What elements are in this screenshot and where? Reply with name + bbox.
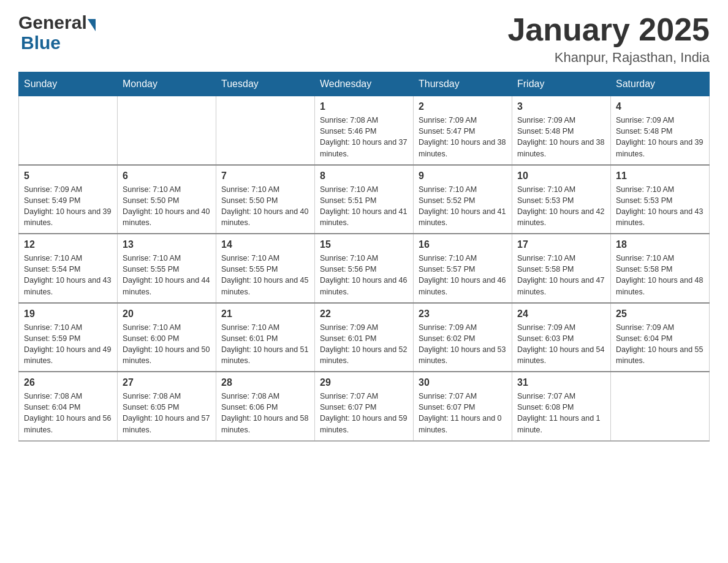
day-number: 4 [616, 101, 704, 112]
day-info: Sunrise: 7:07 AMSunset: 6:07 PMDaylight:… [419, 391, 507, 435]
day-number: 24 [517, 308, 605, 320]
day-info: Sunrise: 7:08 AMSunset: 6:05 PMDaylight:… [123, 391, 211, 435]
logo-blue-text: Blue [21, 33, 61, 53]
calendar-subtitle: Khanpur, Rajasthan, India [507, 50, 710, 66]
day-info: Sunrise: 7:10 AMSunset: 5:59 PMDaylight:… [24, 322, 112, 367]
day-number: 23 [419, 308, 507, 320]
calendar-cell: 2Sunrise: 7:09 AMSunset: 5:47 PMDaylight… [414, 96, 512, 165]
day-info: Sunrise: 7:10 AMSunset: 6:00 PMDaylight:… [123, 322, 211, 367]
calendar-cell: 27Sunrise: 7:08 AMSunset: 6:05 PMDayligh… [118, 372, 216, 441]
calendar-cell: 1Sunrise: 7:08 AMSunset: 5:46 PMDaylight… [315, 96, 414, 165]
day-info: Sunrise: 7:09 AMSunset: 5:49 PMDaylight:… [24, 184, 112, 229]
day-info: Sunrise: 7:07 AMSunset: 6:07 PMDaylight:… [320, 391, 408, 435]
day-info: Sunrise: 7:09 AMSunset: 6:02 PMDaylight:… [419, 322, 507, 367]
logo-container: General Blue [18, 12, 96, 53]
calendar-week-2: 5Sunrise: 7:09 AMSunset: 5:49 PMDaylight… [19, 165, 710, 234]
day-info: Sunrise: 7:07 AMSunset: 6:08 PMDaylight:… [517, 391, 605, 435]
logo-general-text: General [18, 12, 87, 33]
day-info: Sunrise: 7:10 AMSunset: 5:50 PMDaylight:… [221, 184, 309, 229]
day-number: 14 [221, 239, 309, 250]
day-number: 25 [616, 308, 704, 320]
calendar-week-5: 26Sunrise: 7:08 AMSunset: 6:04 PMDayligh… [19, 372, 710, 441]
column-header-monday: Monday [118, 72, 216, 96]
day-info: Sunrise: 7:09 AMSunset: 6:03 PMDaylight:… [517, 322, 605, 367]
day-number: 21 [221, 308, 309, 320]
day-number: 15 [320, 239, 408, 250]
calendar-cell: 3Sunrise: 7:09 AMSunset: 5:48 PMDaylight… [512, 96, 611, 165]
calendar-cell [611, 372, 710, 441]
day-info: Sunrise: 7:10 AMSunset: 5:55 PMDaylight:… [123, 253, 211, 297]
calendar-header-row: SundayMondayTuesdayWednesdayThursdayFrid… [19, 72, 710, 96]
calendar-cell: 23Sunrise: 7:09 AMSunset: 6:02 PMDayligh… [414, 303, 512, 372]
calendar-cell: 16Sunrise: 7:10 AMSunset: 5:57 PMDayligh… [414, 234, 512, 303]
calendar-cell: 20Sunrise: 7:10 AMSunset: 6:00 PMDayligh… [118, 303, 216, 372]
calendar-cell [216, 96, 315, 165]
calendar-cell: 25Sunrise: 7:09 AMSunset: 6:04 PMDayligh… [611, 303, 710, 372]
day-info: Sunrise: 7:10 AMSunset: 5:58 PMDaylight:… [616, 253, 704, 297]
day-number: 1 [320, 101, 408, 112]
day-number: 26 [24, 377, 112, 388]
day-info: Sunrise: 7:08 AMSunset: 6:04 PMDaylight:… [24, 391, 112, 435]
day-info: Sunrise: 7:08 AMSunset: 5:46 PMDaylight:… [320, 115, 408, 159]
day-number: 6 [123, 170, 211, 182]
day-number: 20 [123, 308, 211, 320]
calendar-cell [19, 96, 118, 165]
calendar-cell: 22Sunrise: 7:09 AMSunset: 6:01 PMDayligh… [315, 303, 414, 372]
calendar-cell [118, 96, 216, 165]
day-number: 28 [221, 377, 309, 388]
day-number: 30 [419, 377, 507, 388]
column-header-thursday: Thursday [414, 72, 512, 96]
calendar-cell: 24Sunrise: 7:09 AMSunset: 6:03 PMDayligh… [512, 303, 611, 372]
calendar-cell: 8Sunrise: 7:10 AMSunset: 5:51 PMDaylight… [315, 165, 414, 234]
day-number: 5 [24, 170, 112, 182]
day-number: 27 [123, 377, 211, 388]
calendar-cell: 28Sunrise: 7:08 AMSunset: 6:06 PMDayligh… [216, 372, 315, 441]
calendar-cell: 5Sunrise: 7:09 AMSunset: 5:49 PMDaylight… [19, 165, 118, 234]
day-number: 11 [616, 170, 704, 182]
calendar-cell: 10Sunrise: 7:10 AMSunset: 5:53 PMDayligh… [512, 165, 611, 234]
calendar-cell: 9Sunrise: 7:10 AMSunset: 5:52 PMDaylight… [414, 165, 512, 234]
calendar-cell: 30Sunrise: 7:07 AMSunset: 6:07 PMDayligh… [414, 372, 512, 441]
column-header-sunday: Sunday [19, 72, 118, 96]
calendar-cell: 6Sunrise: 7:10 AMSunset: 5:50 PMDaylight… [118, 165, 216, 234]
calendar-cell: 13Sunrise: 7:10 AMSunset: 5:55 PMDayligh… [118, 234, 216, 303]
day-info: Sunrise: 7:10 AMSunset: 5:56 PMDaylight:… [320, 253, 408, 297]
day-number: 12 [24, 239, 112, 250]
day-number: 10 [517, 170, 605, 182]
logo: General Blue [18, 12, 96, 53]
calendar-cell: 26Sunrise: 7:08 AMSunset: 6:04 PMDayligh… [19, 372, 118, 441]
day-info: Sunrise: 7:10 AMSunset: 5:50 PMDaylight:… [123, 184, 211, 229]
page-header: General Blue January 2025 Khanpur, Rajas… [18, 12, 710, 66]
day-number: 29 [320, 377, 408, 388]
calendar-week-1: 1Sunrise: 7:08 AMSunset: 5:46 PMDaylight… [19, 96, 710, 165]
calendar-cell: 4Sunrise: 7:09 AMSunset: 5:48 PMDaylight… [611, 96, 710, 165]
day-info: Sunrise: 7:09 AMSunset: 6:01 PMDaylight:… [320, 322, 408, 367]
calendar-cell: 21Sunrise: 7:10 AMSunset: 6:01 PMDayligh… [216, 303, 315, 372]
day-number: 18 [616, 239, 704, 250]
day-info: Sunrise: 7:10 AMSunset: 5:52 PMDaylight:… [419, 184, 507, 229]
column-header-tuesday: Tuesday [216, 72, 315, 96]
calendar-table: SundayMondayTuesdayWednesdayThursdayFrid… [18, 72, 710, 442]
column-header-friday: Friday [512, 72, 611, 96]
calendar-cell: 31Sunrise: 7:07 AMSunset: 6:08 PMDayligh… [512, 372, 611, 441]
day-number: 22 [320, 308, 408, 320]
calendar-cell: 12Sunrise: 7:10 AMSunset: 5:54 PMDayligh… [19, 234, 118, 303]
day-info: Sunrise: 7:08 AMSunset: 6:06 PMDaylight:… [221, 391, 309, 435]
day-info: Sunrise: 7:09 AMSunset: 6:04 PMDaylight:… [616, 322, 704, 367]
title-block: January 2025 Khanpur, Rajasthan, India [507, 12, 710, 66]
day-info: Sunrise: 7:09 AMSunset: 5:48 PMDaylight:… [616, 115, 704, 159]
calendar-cell: 7Sunrise: 7:10 AMSunset: 5:50 PMDaylight… [216, 165, 315, 234]
day-number: 3 [517, 101, 605, 112]
logo-triangle-icon [88, 19, 96, 31]
calendar-cell: 17Sunrise: 7:10 AMSunset: 5:58 PMDayligh… [512, 234, 611, 303]
day-info: Sunrise: 7:10 AMSunset: 5:58 PMDaylight:… [517, 253, 605, 297]
day-number: 8 [320, 170, 408, 182]
day-info: Sunrise: 7:10 AMSunset: 5:53 PMDaylight:… [517, 184, 605, 229]
day-info: Sunrise: 7:10 AMSunset: 5:55 PMDaylight:… [221, 253, 309, 297]
day-info: Sunrise: 7:10 AMSunset: 5:54 PMDaylight:… [24, 253, 112, 297]
day-number: 2 [419, 101, 507, 112]
calendar-cell: 14Sunrise: 7:10 AMSunset: 5:55 PMDayligh… [216, 234, 315, 303]
day-number: 17 [517, 239, 605, 250]
column-header-wednesday: Wednesday [315, 72, 414, 96]
day-info: Sunrise: 7:09 AMSunset: 5:48 PMDaylight:… [517, 115, 605, 159]
